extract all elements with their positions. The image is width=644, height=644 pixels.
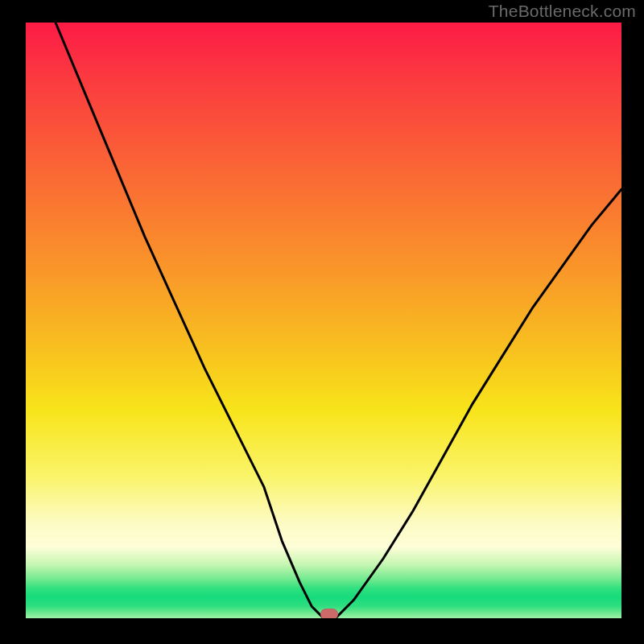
bottleneck-marker: [320, 609, 338, 618]
plot-area: [26, 23, 621, 618]
chart-stage: TheBottleneck.com: [0, 0, 644, 644]
bottleneck-curve: [26, 23, 621, 618]
watermark-text: TheBottleneck.com: [489, 2, 636, 21]
